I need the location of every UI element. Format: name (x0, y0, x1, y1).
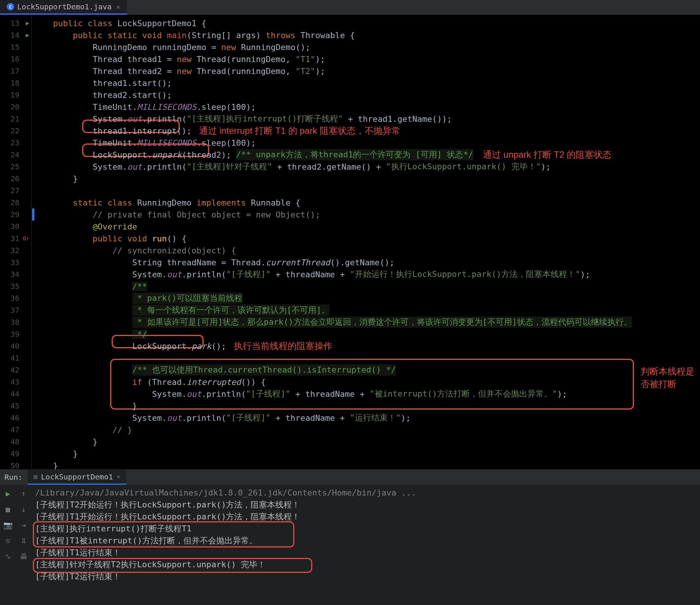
code-line[interactable]: Thread thread2 = new Thread(runningDemo,… (32, 65, 700, 77)
token: @Override (93, 222, 137, 231)
code-line[interactable]: /** 也可以使用Thread.currentThread().isInterr… (32, 364, 700, 376)
token: } (93, 437, 97, 447)
code-line[interactable]: public void run() { (32, 232, 700, 244)
token: { (196, 19, 207, 28)
token: "[子线程]" (226, 412, 271, 423)
code-line[interactable]: thread2.start(); (32, 89, 700, 101)
code-line[interactable]: * 每一个线程有一个许可，该许可默认为[不可用]。 (32, 304, 700, 316)
java-class-icon: C (7, 3, 14, 10)
code-line[interactable]: } (32, 448, 700, 460)
token: String (192, 31, 221, 40)
code-line[interactable]: } (32, 460, 700, 469)
token: new (177, 55, 196, 64)
code-line[interactable]: // private final Object object = new Obj… (32, 209, 700, 220)
code-line[interactable]: */ (32, 328, 700, 340)
gutter-line: 27 (0, 185, 31, 197)
code-line[interactable]: } (32, 400, 700, 412)
run-console[interactable]: /Library/Java/JavaVirtualMachines/jdk1.8… (31, 485, 700, 605)
token: } (53, 461, 58, 470)
gutter-line: 24 (0, 149, 31, 161)
code-line[interactable]: } (32, 173, 700, 185)
layout-icon[interactable]: ⤡ (5, 552, 11, 561)
up-icon[interactable]: ↑ (21, 489, 26, 498)
gutter-line: 33 (0, 256, 31, 268)
gutter-line: 25 (0, 161, 31, 173)
stop-icon[interactable]: ■ (6, 505, 10, 514)
code-line[interactable]: * 如果该许可是[可用]状态，那么park()方法会立即返回，消费这个许可，将该… (32, 316, 700, 328)
code-line[interactable]: // } (32, 424, 700, 436)
close-icon[interactable]: × (116, 3, 120, 11)
token: /** 也可以使用Thread.currentThread().isInterr… (132, 364, 396, 376)
token: ); (246, 138, 256, 148)
token: ( (147, 377, 152, 387)
close-icon[interactable]: × (117, 473, 120, 480)
code-line[interactable]: /** (32, 280, 700, 292)
print-icon[interactable]: 🖶 (20, 552, 27, 561)
token: RunningDemo (241, 43, 295, 52)
gutter-line: 26 (0, 173, 31, 185)
code-area[interactable]: 判断本线程是 否被打断 public class LockSupportDemo… (32, 15, 700, 469)
code-line[interactable]: String threadName = Thread.currentThread… (32, 256, 700, 268)
token: "运行结束！" (350, 412, 401, 423)
code-line[interactable]: thread1.interrupt(); 通过 interrupt 打断 T1 … (32, 125, 700, 137)
code-line[interactable]: System.out.println("[子线程]" + threadName … (32, 412, 700, 424)
token: ); (246, 102, 256, 112)
soft-wrap-icon[interactable]: ⇥ (21, 521, 26, 530)
token: { (345, 31, 355, 40)
gutter-line: 37 (0, 304, 31, 316)
code-line[interactable]: System.out.println("[子线程]" + threadName … (32, 268, 700, 280)
run-tab[interactable]: ▤ LockSupportDemo1 × (28, 470, 126, 485)
scroll-end-icon[interactable]: ⥥ (21, 536, 27, 545)
code-line[interactable] (32, 352, 700, 364)
token: + threadName + (291, 389, 370, 399)
exit-icon[interactable]: ⎋ (6, 536, 10, 545)
dump-threads-icon[interactable]: 📷 (3, 521, 13, 530)
code-line[interactable] (32, 185, 700, 197)
gutter-line: 45 (0, 400, 31, 412)
token: + threadName + (271, 413, 350, 423)
override-icon[interactable]: O↑ (23, 235, 29, 241)
code-line[interactable]: System.out.println("[主线程]执行interrupt()打断… (32, 113, 700, 125)
code-line[interactable]: @Override (32, 220, 700, 232)
gutter-line: 22 (0, 125, 31, 137)
run-gutter-icon[interactable]: ▶ (26, 32, 29, 38)
code-line[interactable]: System.out.println("[主线程]针对子线程" + thread… (32, 161, 700, 173)
token: public static void (73, 31, 167, 40)
gutter-line: 47 (0, 424, 31, 436)
code-line[interactable]: TimeUnit.MILLISECONDS.sleep(100); (32, 101, 700, 113)
code-line[interactable]: LockSupport.unpark(thread2); /** unpark方… (32, 149, 700, 161)
code-line[interactable]: RunningDemo runningDemo = new RunningDem… (32, 41, 700, 53)
code-line[interactable]: Thread thread1 = new Thread(runningDemo,… (32, 53, 700, 65)
console-line: [子线程]T1运行结束！ (35, 547, 696, 559)
token: . (132, 138, 137, 148)
run-toolbar-left: ▶ ■ 📷 ⎋ ⤡ (0, 485, 16, 605)
code-line[interactable]: public class LockSupportDemo1 { (32, 17, 700, 29)
code-line[interactable]: thread1.start(); (32, 77, 700, 89)
code-line[interactable]: } (32, 436, 700, 448)
token: Thread (93, 55, 127, 64)
code-line[interactable]: static class RunningDemo implements Runn… (32, 197, 700, 209)
console-line: /Library/Java/JavaVirtualMachines/jdk1.8… (35, 487, 696, 499)
token: { (291, 198, 301, 207)
down-icon[interactable]: ↓ (21, 505, 26, 514)
code-line[interactable]: public static void main(String[] args) t… (32, 29, 700, 41)
rerun-icon[interactable]: ▶ (6, 489, 10, 498)
token: LockSupport (93, 150, 147, 160)
token: . (162, 270, 167, 279)
code-line[interactable]: LockSupport.park(); 执行当前线程的阻塞操作 (32, 340, 700, 352)
run-gutter-icon[interactable]: ▶ (26, 20, 29, 27)
code-line[interactable]: if (Thread.interrupted()) { (32, 376, 700, 388)
code-line[interactable]: // synchronized(object) { (32, 244, 700, 256)
token: } (73, 449, 78, 459)
token: Throwable (300, 31, 345, 40)
console-line: [主线程]针对子线程T2执行LockSupport.unpark() 完毕！ (35, 559, 696, 571)
code-line[interactable]: TimeUnit.MILLISECONDS.sleep(100); (32, 137, 700, 149)
console-line: [子线程]T1被interrupt()方法打断，但并不会抛出异常。 (35, 535, 696, 547)
token: "开始运行！执行LockSupport.park()方法，阻塞本线程！" (350, 269, 580, 280)
token: // private final Object object = new Obj… (93, 210, 320, 219)
editor-tab[interactable]: C LockSupportDemo1.java × (0, 0, 127, 15)
code-line[interactable]: * park()可以阻塞当前线程 (32, 292, 700, 304)
token: () { (167, 234, 187, 243)
token: interrupted (187, 377, 241, 387)
code-line[interactable]: System.out.println("[子线程]" + threadName … (32, 388, 700, 400)
